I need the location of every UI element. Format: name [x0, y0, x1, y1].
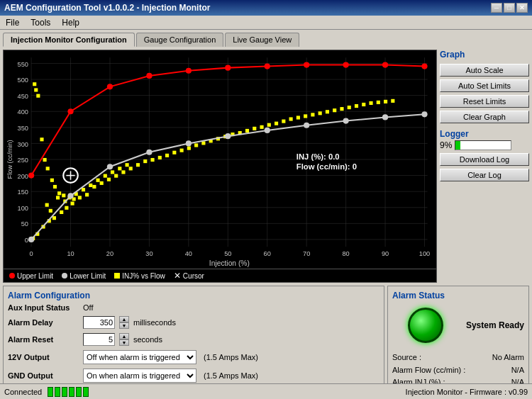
alarm-delay-down[interactable]: ▼	[119, 322, 129, 329]
tab-gauge-configuration[interactable]: Gauge Configuration	[136, 33, 224, 47]
svg-point-137	[67, 193, 73, 198]
gnd-output-dropdown[interactable]: On when alarm is triggered Off when alar…	[83, 369, 196, 383]
svg-text:Flow (cc/min): 0: Flow (cc/min): 0	[297, 162, 357, 171]
svg-rect-87	[260, 125, 263, 129]
minimize-button[interactable]: ─	[491, 3, 502, 13]
svg-rect-98	[340, 107, 343, 111]
alarm-reset-spinners[interactable]: ▲ ▼	[119, 333, 129, 346]
svg-rect-71	[143, 159, 147, 163]
svg-point-126	[67, 108, 73, 114]
svg-rect-68	[121, 170, 125, 174]
svg-rect-115	[62, 193, 65, 197]
svg-rect-57	[78, 196, 82, 199]
svg-text:150: 150	[18, 189, 28, 196]
title-bar: AEM Configuration Tool v1.0.0.2 - Inject…	[0, 0, 532, 16]
alarm-delay-up[interactable]: ▲	[119, 316, 129, 322]
graph-area: 550 500 450 400 350 300 250 200 150 100 …	[3, 50, 437, 269]
alarm-status-title: Alarm Status	[392, 291, 524, 300]
svg-rect-104	[384, 100, 387, 103]
led-6	[83, 387, 89, 397]
cursor-label: Cursor	[183, 272, 204, 280]
v12-output-dropdown[interactable]: Off when alarm is triggered On when alar…	[83, 350, 196, 364]
tab-live-gauge-view[interactable]: Live Gauge View	[225, 33, 299, 47]
svg-rect-118	[82, 188, 85, 191]
svg-rect-110	[43, 158, 47, 162]
download-log-button[interactable]: Download Log	[440, 153, 529, 166]
svg-point-132	[304, 62, 309, 67]
connection-led	[48, 387, 89, 397]
svg-point-142	[265, 128, 270, 133]
alarm-reset-unit: seconds	[133, 335, 162, 344]
flow-value: N/A	[511, 364, 524, 377]
logger-section: Logger 9% Download Log Clear Log	[440, 129, 529, 181]
svg-rect-86	[253, 127, 256, 130]
reset-limits-button[interactable]: Reset Limits	[440, 95, 529, 108]
svg-rect-105	[391, 99, 394, 103]
svg-rect-65	[100, 181, 104, 185]
svg-rect-93	[304, 114, 307, 118]
svg-rect-99	[348, 106, 351, 109]
svg-rect-114	[57, 191, 61, 195]
svg-rect-92	[297, 116, 300, 119]
auto-scale-button[interactable]: Auto Scale	[440, 64, 529, 77]
svg-rect-103	[377, 101, 380, 104]
svg-rect-69	[129, 167, 133, 170]
svg-text:Flow (cc/min): Flow (cc/min)	[6, 140, 13, 179]
svg-point-136	[28, 237, 34, 242]
bottom-panel: Alarm Configuration Aux Input Status Off…	[0, 283, 532, 396]
auto-set-limits-button[interactable]: Auto Set Limits	[440, 79, 529, 92]
tab-injection-monitor[interactable]: Injection Monitor Configuration	[3, 33, 135, 47]
legend-inj-vs-flow: INJ% vs Flow	[114, 272, 165, 280]
menu-file[interactable]: File	[3, 18, 22, 28]
svg-rect-88	[267, 123, 271, 127]
svg-rect-61	[56, 196, 60, 199]
svg-rect-113	[53, 185, 57, 189]
svg-text:350: 350	[18, 125, 28, 132]
alarm-reset-down[interactable]: ▼	[119, 339, 129, 346]
close-button[interactable]: ✕	[516, 3, 528, 13]
svg-text:250: 250	[18, 157, 28, 164]
svg-text:20: 20	[106, 250, 113, 257]
flow-row: Alarm Flow (cc/min) : N/A	[392, 364, 524, 377]
svg-point-133	[343, 62, 349, 67]
maximize-button[interactable]: □	[504, 3, 515, 13]
alarm-light	[408, 308, 443, 343]
svg-text:70: 70	[303, 250, 310, 257]
title-bar-buttons: ─ □ ✕	[491, 3, 528, 13]
svg-text:100: 100	[419, 250, 430, 257]
svg-text:100: 100	[18, 205, 28, 212]
svg-rect-73	[158, 156, 162, 159]
flow-label: Alarm Flow (cc/min) :	[392, 364, 465, 377]
svg-text:INJ (%): 0.0: INJ (%): 0.0	[297, 152, 340, 161]
svg-point-128	[146, 73, 152, 79]
logger-progress-row: 9%	[440, 140, 529, 150]
menu-tools[interactable]: Tools	[28, 18, 53, 28]
svg-rect-95	[318, 111, 322, 115]
svg-rect-58	[85, 193, 89, 196]
alarm-delay-spinners[interactable]: ▲ ▼	[119, 316, 129, 329]
svg-rect-124	[126, 163, 129, 167]
svg-text:550: 550	[18, 61, 28, 68]
svg-rect-112	[50, 179, 54, 182]
svg-point-143	[304, 123, 309, 128]
svg-text:40: 40	[185, 250, 192, 257]
svg-rect-76	[180, 149, 184, 152]
alarm-delay-input[interactable]	[83, 316, 115, 329]
clear-graph-button[interactable]: Clear Graph	[440, 111, 529, 123]
svg-rect-91	[289, 117, 293, 120]
right-panel: Graph Auto Scale Auto Set Limits Reset L…	[440, 47, 532, 283]
alarm-status: Alarm Status System Ready Source : No Al…	[387, 286, 529, 393]
alarm-reset-up[interactable]: ▲	[119, 333, 129, 339]
svg-rect-119	[89, 184, 92, 187]
connected-label: Connected	[4, 388, 42, 396]
logger-progress-bar	[455, 140, 511, 150]
clear-log-button[interactable]: Clear Log	[440, 169, 529, 181]
menu-help[interactable]: Help	[59, 18, 82, 28]
svg-rect-102	[369, 101, 372, 105]
led-2	[55, 387, 60, 397]
v12-output-unit: (1.5 Amps Max)	[204, 353, 258, 361]
svg-text:450: 450	[18, 93, 28, 100]
svg-rect-121	[104, 174, 107, 178]
svg-rect-75	[172, 151, 176, 154]
alarm-reset-input[interactable]	[83, 333, 115, 346]
